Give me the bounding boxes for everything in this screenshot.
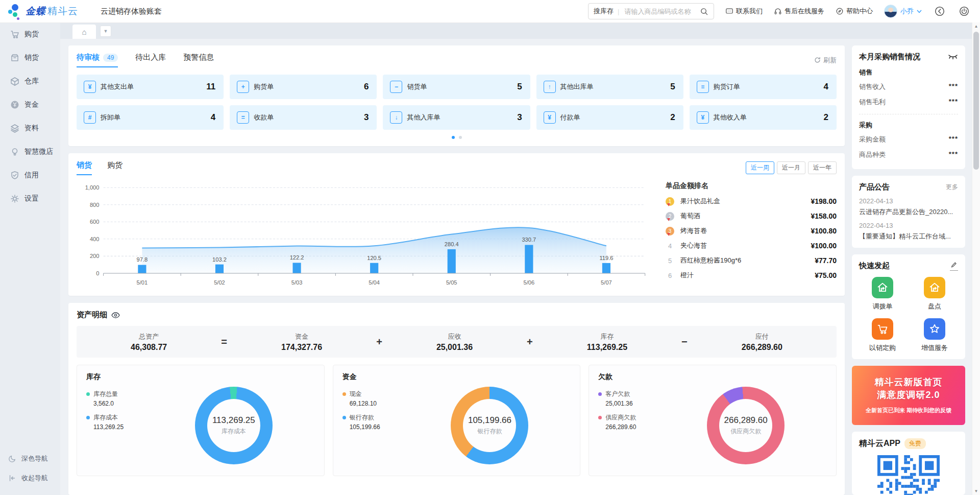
legend-dot xyxy=(342,392,346,396)
back-to-old-version-button[interactable] xyxy=(933,5,946,18)
todo-card-other-income[interactable]: ¥ 其他收入单 2 xyxy=(690,105,837,130)
tab-pending-approval[interactable]: 待审核 49 xyxy=(77,53,118,67)
receivable-term: 应收 25,001.36 xyxy=(436,332,473,352)
gold-medal-icon: 1 xyxy=(666,197,674,206)
period-year-button[interactable]: 近一年 xyxy=(808,161,837,174)
moon-icon xyxy=(8,455,16,463)
quick-transfer-bill[interactable]: 调拨单 xyxy=(859,277,906,311)
tab-dropdown-button[interactable]: ▼ xyxy=(100,26,111,37)
home-tab[interactable]: ⌂ xyxy=(72,25,96,39)
tab-pending-inout-stock[interactable]: 待出入库 xyxy=(135,53,166,67)
carousel-dot-2[interactable] xyxy=(459,136,462,139)
rank-row[interactable]: 5 西红柿意粉酱190g*6 ¥77.70 xyxy=(666,256,837,265)
monthly-overview-title: 本月采购销售情况 xyxy=(859,52,920,62)
todo-card-purchase-order[interactable]: ≡ 购货订单 4 xyxy=(690,75,837,99)
survey-promo-banner[interactable]: 精斗云新版首页 满意度调研2.0 全新首页已到来 期待收到您的反馈 xyxy=(852,366,965,425)
sidebar-item-funds[interactable]: 资金 xyxy=(0,93,60,116)
layers-icon xyxy=(10,124,19,133)
assets-formula-bar: 总资产 46,308.77 = 资金 174,327.76 + 应收 25,00… xyxy=(77,326,837,358)
legend-item: 库存成本 113,269.25 xyxy=(86,413,153,431)
todo-card-sales-bill[interactable]: − 销货单 5 xyxy=(383,75,530,99)
purchase-amount-row: 采购金额*** xyxy=(859,132,958,147)
tab-sales-trend[interactable]: 销货 xyxy=(77,160,92,175)
sidebar-item-settings[interactable]: 设置 xyxy=(0,187,60,210)
user-menu[interactable]: 小乔 xyxy=(884,5,922,18)
vertical-scrollbar[interactable]: ▲ ▼ xyxy=(972,22,980,495)
announcement-date: 2022-04-13 xyxy=(859,222,958,229)
quick-sell-to-buy[interactable]: 以销定购 xyxy=(859,318,906,352)
sidebar-item-warehouse[interactable]: 仓库 xyxy=(0,69,60,93)
period-month-button[interactable]: 近一月 xyxy=(777,161,805,174)
help-center-link[interactable]: 帮助中心 xyxy=(836,7,873,16)
announcement-link[interactable]: 【重要通知】精斗云工作台域... xyxy=(859,232,958,241)
sidebar-item-data[interactable]: 资料 xyxy=(0,116,60,140)
tab-purchase-trend[interactable]: 购货 xyxy=(107,160,122,175)
cart-icon xyxy=(10,30,19,39)
collapse-icon xyxy=(8,474,16,482)
tab-warning-info[interactable]: 预警信息 xyxy=(183,53,214,67)
todo-card-other-stock-in[interactable]: ↓ 其他入库单 3 xyxy=(383,105,530,130)
rank-row[interactable]: 6 橙汁 ¥75.00 xyxy=(666,271,837,280)
scroll-down-arrow[interactable]: ▼ xyxy=(972,487,980,495)
svg-text:5/06: 5/06 xyxy=(524,279,535,286)
payment-doc-icon: ¥ xyxy=(544,111,556,124)
announcement-date: 2022-04-13 xyxy=(859,197,958,205)
search-input[interactable] xyxy=(623,7,700,16)
scroll-up-arrow[interactable]: ▲ xyxy=(972,22,980,30)
legend-item: 库存总量 3,562.0 xyxy=(86,390,153,407)
todo-count: 6 xyxy=(364,82,369,92)
after-sales-service-link[interactable]: 售后在线服务 xyxy=(774,7,824,16)
todo-count: 5 xyxy=(517,82,522,92)
svg-text:97.8: 97.8 xyxy=(137,256,148,263)
pencil-edit-icon[interactable] xyxy=(950,262,958,271)
announcements-more-link[interactable]: 更多 xyxy=(946,183,958,192)
collapse-nav-button[interactable]: 收起导航 xyxy=(0,468,60,488)
funds-term: 资金 174,327.76 xyxy=(281,332,322,352)
announcement-link[interactable]: 云进销存产品更新公告_20220... xyxy=(859,207,958,217)
todo-card-payment[interactable]: ¥ 付款单 2 xyxy=(536,105,683,130)
scrollbar-thumb[interactable] xyxy=(973,32,979,170)
contact-us-link[interactable]: 联系我们 xyxy=(725,7,763,16)
refresh-button[interactable]: 刷新 xyxy=(814,56,837,65)
rank-row[interactable]: 4 夹心海苔 ¥100.00 xyxy=(666,241,837,250)
todo-card-other-stock-out[interactable]: ↑ 其他出库单 5 xyxy=(536,75,683,99)
donut-card-title: 库存 xyxy=(86,372,315,382)
quick-value-added-service[interactable]: 增值服务 xyxy=(911,318,958,352)
divider xyxy=(859,114,958,114)
rank-row[interactable]: 2 葡萄酒 ¥158.00 xyxy=(666,211,837,221)
logout-button[interactable] xyxy=(958,5,971,18)
search-icon[interactable] xyxy=(700,7,708,16)
value-added-star-icon xyxy=(928,323,941,335)
legend-item: 供应商欠款 266,289.60 xyxy=(598,413,665,431)
period-week-button[interactable]: 近一周 xyxy=(746,161,774,174)
legend-item: 客户欠款 25,001.36 xyxy=(598,390,665,407)
brand-logo[interactable]: 金蝶 精斗云 xyxy=(7,3,78,20)
carousel-dot-1[interactable] xyxy=(452,136,455,139)
legend-dot xyxy=(86,392,90,396)
rank-row[interactable]: 1 果汁饮品礼盒 ¥198.00 xyxy=(666,197,837,206)
todo-card-purchase-bill[interactable]: + 购货单 6 xyxy=(230,75,377,99)
sidebar-item-smart-store[interactable]: 智慧微店 xyxy=(0,140,60,163)
rank-row[interactable]: 3 烤海苔卷 ¥100.80 xyxy=(666,226,837,235)
sidebar-item-purchase[interactable]: 购货 xyxy=(0,22,60,46)
assets-panel: 资产明细 总资产 46,308.77 = 资金 174,327.76 + 应收 … xyxy=(68,303,845,495)
todo-card-disassembly[interactable]: # 拆卸单 4 xyxy=(77,105,224,130)
sidebar-item-sales[interactable]: 销货 xyxy=(0,46,60,69)
pending-approval-count-badge: 49 xyxy=(103,54,118,62)
legend-dot xyxy=(598,392,602,396)
legend-dot xyxy=(598,416,602,419)
power-icon xyxy=(959,6,970,17)
eye-icon[interactable] xyxy=(111,312,120,319)
sidebar-footer-label: 收起导航 xyxy=(21,474,48,483)
todo-card-receipt[interactable]: = 收款单 3 xyxy=(230,105,377,130)
inventory-search[interactable]: 搜库存 | xyxy=(588,3,714,19)
dark-nav-toggle[interactable]: 深色导航 xyxy=(0,449,60,468)
todo-card-other-expense[interactable]: ¥ 其他支出单 11 xyxy=(77,75,224,99)
search-scope-label[interactable]: 搜库存 xyxy=(594,7,614,16)
svg-text:280.4: 280.4 xyxy=(445,241,459,247)
funds-donut-chart: 105,199.66 银行存款 xyxy=(451,387,528,464)
svg-text:122.2: 122.2 xyxy=(290,254,304,261)
sidebar-item-credit[interactable]: 信用 xyxy=(0,163,60,187)
eye-closed-icon[interactable] xyxy=(948,54,958,60)
quick-stocktake[interactable]: 盘点 xyxy=(911,277,958,311)
